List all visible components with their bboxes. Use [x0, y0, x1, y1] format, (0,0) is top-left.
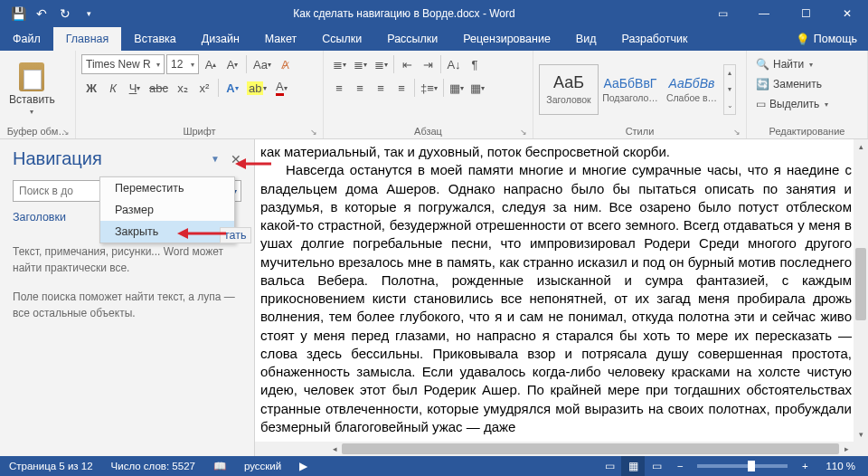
font-color-button[interactable]: A▾ — [271, 78, 291, 98]
borders-button[interactable]: ▦▾ — [467, 78, 487, 98]
tab-insert[interactable]: Вставка — [121, 27, 188, 51]
find-button[interactable]: 🔍 Найти▾ — [752, 54, 816, 74]
grow-font-button[interactable]: A▴ — [201, 54, 221, 74]
view-read-mode-icon[interactable]: ▭ — [598, 456, 621, 476]
ribbon-options-icon[interactable]: ▭ — [702, 0, 743, 27]
increase-indent-button[interactable]: ⇥ — [418, 54, 438, 74]
subscript-button[interactable]: x₂ — [173, 78, 193, 98]
tab-file[interactable]: Файл — [0, 27, 53, 51]
nav-tab-headings[interactable]: Заголовки — [13, 211, 66, 227]
document-text[interactable]: как материальный, так и духовный, поток … — [255, 139, 868, 454]
superscript-button[interactable]: x² — [194, 78, 214, 98]
document-area[interactable]: как материальный, так и духовный, поток … — [255, 139, 868, 456]
tab-layout[interactable]: Макет — [252, 27, 309, 51]
zoom-slider[interactable] — [697, 464, 788, 468]
style-gallery-more[interactable]: ▴ ▾ ⌄ — [723, 64, 736, 115]
clear-formatting-button[interactable]: A̷ — [276, 54, 296, 74]
zoom-out-button[interactable]: − — [668, 456, 692, 476]
tab-review[interactable]: Рецензирование — [450, 27, 563, 51]
clipboard-launcher-icon[interactable]: ↘ — [62, 128, 70, 137]
qat-customize-icon[interactable]: ▾ — [78, 3, 99, 24]
italic-button[interactable]: К — [103, 78, 123, 98]
styles-launcher-icon[interactable]: ↘ — [733, 128, 741, 137]
tab-view[interactable]: Вид — [563, 27, 609, 51]
style-heading[interactable]: АаБ Заголовок — [539, 64, 599, 115]
show-marks-button[interactable]: ¶ — [465, 54, 485, 74]
horizontal-scrollbar[interactable]: ◂ ▸ — [255, 442, 854, 456]
font-size-combo[interactable]: 12▾ — [166, 54, 199, 74]
close-button[interactable]: ✕ — [826, 0, 868, 27]
maximize-button[interactable]: ☐ — [785, 0, 826, 27]
zoom-slider-knob[interactable] — [748, 461, 755, 471]
ribbon: Вставить ▾ Буфер обм… ↘ Times New R▾ 12▾… — [0, 51, 868, 139]
scroll-thumb[interactable] — [855, 248, 866, 320]
bold-button[interactable]: Ж — [81, 78, 101, 98]
tab-design[interactable]: Дизайн — [189, 27, 252, 51]
status-word-count[interactable]: Число слов: 5527 — [102, 461, 204, 471]
tab-developer[interactable]: Разработчик — [609, 27, 700, 51]
view-print-layout-icon[interactable]: ▦ — [621, 456, 645, 476]
sort-button[interactable]: A↓ — [444, 54, 464, 74]
status-language[interactable]: русский — [235, 461, 290, 471]
chevron-down-icon[interactable]: ▾ — [724, 81, 735, 98]
numbering-button[interactable]: ≣▾ — [350, 54, 370, 74]
hscroll-thumb[interactable] — [342, 443, 839, 454]
undo-icon[interactable]: ↶ — [31, 3, 52, 24]
nav-pane-dropdown: Переместить Размер Закрыть — [99, 176, 235, 243]
shrink-font-button[interactable]: A▾ — [222, 54, 242, 74]
align-right-button[interactable]: ≡ — [371, 78, 391, 98]
dd-item-close[interactable]: Закрыть — [100, 221, 234, 243]
save-icon[interactable]: 💾 — [7, 3, 29, 24]
redo-icon[interactable]: ↻ — [54, 3, 76, 24]
strikethrough-button[interactable]: abc — [146, 78, 171, 98]
paragraph-launcher-icon[interactable]: ↘ — [520, 128, 527, 137]
zoom-in-button[interactable]: + — [793, 456, 816, 476]
change-case-button[interactable]: Aa▾ — [250, 54, 274, 74]
doc-line[interactable]: как материальный, так и духовный, поток … — [260, 143, 852, 161]
highlight-button[interactable]: ab▾ — [244, 78, 269, 98]
status-proofing-icon[interactable]: 📖 — [204, 460, 235, 472]
tab-mailings[interactable]: Рассылки — [374, 27, 450, 51]
zoom-level[interactable]: 110 % — [816, 461, 868, 471]
style-subheading[interactable]: АаБбВвГ Подзаголо… — [600, 64, 660, 115]
tab-references[interactable]: Ссылки — [309, 27, 374, 51]
align-left-button[interactable]: ≡ — [329, 78, 349, 98]
chevron-up-icon[interactable]: ▴ — [724, 65, 735, 81]
underline-button[interactable]: Ч▾ — [125, 78, 145, 98]
scroll-down-icon[interactable]: ▾ — [854, 427, 868, 442]
font-launcher-icon[interactable]: ↘ — [310, 128, 317, 137]
vertical-scrollbar[interactable]: ▴ ▾ — [854, 139, 868, 456]
justify-button[interactable]: ≡ — [392, 78, 411, 98]
dd-item-move[interactable]: Переместить — [100, 177, 234, 199]
nav-pane-close-button[interactable]: ✕ — [231, 152, 241, 167]
decrease-indent-button[interactable]: ⇤ — [397, 54, 417, 74]
font-name-combo[interactable]: Times New R▾ — [81, 54, 165, 74]
shading-button[interactable]: ▦▾ — [447, 78, 467, 98]
title-bar: 💾 ↶ ↻ ▾ Как сделать навигацию в Ворде.do… — [0, 0, 868, 27]
align-center-button[interactable]: ≡ — [350, 78, 370, 98]
tell-me-help[interactable]: 💡 Помощь — [785, 27, 868, 51]
scroll-up-icon[interactable]: ▴ — [854, 139, 868, 154]
nav-tab-results-fragment[interactable]: тать — [220, 227, 251, 243]
replace-button[interactable]: 🔄 Заменить — [752, 74, 826, 94]
minimize-button[interactable]: — — [743, 0, 785, 27]
view-web-layout-icon[interactable]: ▭ — [645, 456, 668, 476]
paste-button[interactable]: Вставить ▾ — [5, 61, 59, 118]
status-macro-icon[interactable]: ▶ — [290, 460, 316, 472]
line-spacing-button[interactable]: ‡≡▾ — [418, 78, 440, 98]
style-weak[interactable]: АаБбВв Слабое в… — [662, 64, 722, 115]
dd-item-size[interactable]: Размер — [100, 199, 234, 221]
tab-home[interactable]: Главная — [53, 27, 122, 51]
scroll-left-icon[interactable]: ◂ — [327, 442, 342, 456]
select-button[interactable]: ▭ Выделить▾ — [752, 94, 832, 114]
more-icon[interactable]: ⌄ — [724, 98, 735, 114]
multilevel-button[interactable]: ≣▾ — [371, 54, 391, 74]
nav-pane-menu-button[interactable]: ▼ — [211, 154, 220, 164]
nav-pane-title: Навигация — [13, 148, 102, 169]
status-page[interactable]: Страница 5 из 12 — [0, 461, 102, 471]
doc-paragraph[interactable]: Навсегда останутся в моей памяти многие … — [260, 161, 852, 436]
bullets-button[interactable]: ≣▾ — [329, 54, 349, 74]
text-effects-button[interactable]: A▾ — [222, 78, 242, 98]
scroll-right-icon[interactable]: ▸ — [839, 442, 854, 456]
group-label-styles: Стили ↘ — [539, 124, 741, 138]
